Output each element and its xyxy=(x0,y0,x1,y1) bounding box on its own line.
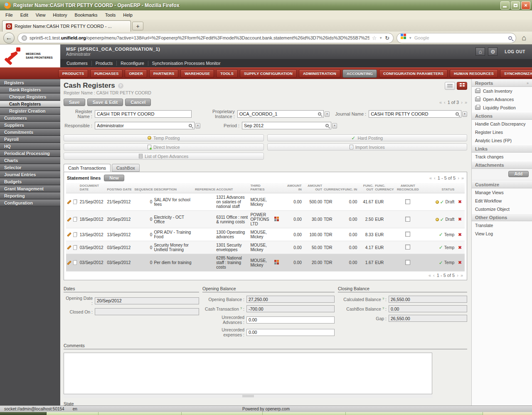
browser-tab[interactable]: O Register Name:CASH TDR PETTY COORD - .… xyxy=(2,20,131,32)
home-shortcut-icon[interactable]: ⌂ xyxy=(475,47,485,56)
pager-next-icon[interactable]: › xyxy=(458,175,459,180)
customize-edit-workflow[interactable]: Edit Workflow xyxy=(472,197,532,205)
list-view-icon[interactable] xyxy=(445,82,455,90)
sidebar-item-reporting[interactable]: Reporting xyxy=(0,193,60,199)
delete-row-icon[interactable]: ✖ xyxy=(455,241,465,254)
other-view-log[interactable]: View Log xyxy=(472,230,532,238)
collapse-panel-icon[interactable]: » xyxy=(527,81,529,85)
shortcut-sync-monitor[interactable]: Synchronisation Processes Monitor xyxy=(148,61,224,66)
search-lookup-icon[interactable] xyxy=(318,112,321,116)
reconciled-checkbox[interactable] xyxy=(405,245,410,249)
nav-supply-configuration[interactable]: SUPPLY CONFIGURATION xyxy=(240,69,297,78)
pager-next-icon[interactable]: › xyxy=(461,100,463,105)
new-tab-button[interactable]: + xyxy=(132,22,143,30)
calculated-balance-field[interactable] xyxy=(389,296,467,303)
sidebar-item-configuration[interactable]: Configuration xyxy=(0,200,60,206)
taskbar-segment[interactable] xyxy=(47,412,99,415)
back-button[interactable]: ← xyxy=(3,32,15,44)
edit-pencil-icon[interactable] xyxy=(67,245,71,250)
table-row[interactable]: 03/Sep/2012 03/Sep/2012 0 Per diem for t… xyxy=(66,254,465,272)
taskbar-segment[interactable] xyxy=(0,412,47,415)
sidebar-item-journal-entries[interactable]: Journal Entries xyxy=(0,171,60,178)
sidebar-item-hq[interactable]: HQ xyxy=(0,143,60,150)
preferences-gear-icon[interactable]: ⚙ xyxy=(488,47,498,56)
edit-pencil-icon[interactable] xyxy=(67,260,71,265)
report-cash-inventory[interactable]: Cash Inventory xyxy=(472,87,532,95)
check-icon[interactable]: ✓ xyxy=(439,260,443,265)
sidebar-item-cash-registers[interactable]: Cash Registers xyxy=(0,101,60,107)
menu-history[interactable]: History xyxy=(49,11,71,19)
search-placeholder[interactable]: Google xyxy=(414,35,506,40)
journal-dropdown-icon[interactable]: ▾ xyxy=(462,111,467,117)
unrecorded-expenses-field[interactable] xyxy=(246,329,335,336)
nav-human-resources[interactable]: HUMAN RESOURCES xyxy=(450,69,498,78)
edit-pencil-icon[interactable] xyxy=(67,200,71,204)
sidebar-item-register-creation[interactable]: Register Creation xyxy=(0,108,60,114)
menu-tools[interactable]: Tools xyxy=(101,11,120,19)
closed-on-field[interactable] xyxy=(95,308,199,315)
search-lookup-icon[interactable] xyxy=(325,124,329,127)
form-view-icon[interactable] xyxy=(457,82,467,90)
check-icon[interactable]: ✓ xyxy=(439,232,443,237)
partner-icon[interactable] xyxy=(274,217,276,219)
sidebar-item-commitments[interactable]: Commitments xyxy=(0,129,60,136)
close-button[interactable]: × xyxy=(521,1,530,10)
pager-prev-icon[interactable]: ‹ xyxy=(444,100,446,105)
taskbar-segment[interactable] xyxy=(346,412,483,415)
sidebar-item-selector[interactable]: Selector xyxy=(0,164,60,171)
sidebar-item-periodical-processing[interactable]: Periodical Processing xyxy=(0,150,60,157)
sidebar-item-registers[interactable]: Registers xyxy=(0,79,60,86)
sidebar-item-suppliers[interactable]: Suppliers xyxy=(0,122,60,128)
pager-first-icon[interactable]: « xyxy=(429,175,432,180)
save-button[interactable]: Save xyxy=(64,99,85,106)
reload-icon[interactable]: ↻ xyxy=(385,35,389,41)
search-engine-dropdown-icon[interactable]: ▼ xyxy=(409,36,412,40)
table-row[interactable]: 13/Sep/2012 13/Sep/2012 0 OPR ADV - Trai… xyxy=(66,228,465,241)
tab-cash-transactions[interactable]: Cash Transactions xyxy=(64,164,111,172)
responsible-field[interactable] xyxy=(95,122,195,129)
pager-prev-icon[interactable]: ‹ xyxy=(434,175,436,180)
period-dropdown-icon[interactable]: ▾ xyxy=(332,123,337,128)
pager-next-icon[interactable]: › xyxy=(457,273,458,278)
sidebar-item-grant-management[interactable]: Grant Management xyxy=(0,185,60,192)
nav-administration[interactable]: ADMINISTRATION xyxy=(299,69,340,78)
delete-row-icon[interactable]: ✖ xyxy=(455,211,465,228)
reconciled-checkbox[interactable] xyxy=(405,217,410,222)
minimize-button[interactable] xyxy=(500,1,510,10)
check-icon[interactable]: ✓ xyxy=(439,245,443,250)
edit-pencil-icon[interactable] xyxy=(67,232,71,237)
nav-order[interactable]: ORDER xyxy=(125,69,147,78)
table-row[interactable]: 21/Sep/2012 21/Sep/2012 0 SAL ADV for sc… xyxy=(66,193,465,211)
pager-last-icon[interactable]: » xyxy=(461,273,463,278)
home-button[interactable]: ⌂ xyxy=(519,34,529,42)
other-translate[interactable]: Translate xyxy=(472,221,532,230)
new-line-button[interactable]: New xyxy=(104,175,124,181)
search-icon[interactable] xyxy=(508,36,512,40)
url-text[interactable]: sprint5-rc1.test.unifield.org/openerp/me… xyxy=(30,35,369,40)
nav-configuration-parameters[interactable]: CONFIGURATION PARAMETERS xyxy=(379,69,448,78)
gap-field[interactable] xyxy=(389,315,467,322)
nav-partners[interactable]: PARTNERS xyxy=(149,69,178,78)
search-lookup-icon[interactable] xyxy=(456,112,459,116)
open-advances-button[interactable]: List of Open Advances xyxy=(64,153,264,160)
delete-row-icon[interactable]: ✖ xyxy=(455,193,465,211)
nav-synchronization[interactable]: SYNCHRONIZATION xyxy=(500,69,532,78)
reconciled-checkbox[interactable] xyxy=(405,232,410,237)
nav-tools[interactable]: TOOLS xyxy=(216,69,238,78)
edit-pencil-icon[interactable] xyxy=(67,217,71,222)
menu-bookmarks[interactable]: Bookmarks xyxy=(71,11,101,19)
customize-object[interactable]: Customize Object xyxy=(472,205,532,213)
add-attachment-button[interactable]: Add xyxy=(508,171,529,177)
nav-products[interactable]: PRODUCTS xyxy=(58,69,88,78)
duplicate-icon[interactable] xyxy=(73,260,77,265)
pager-last-icon[interactable]: » xyxy=(465,100,467,105)
partner-icon[interactable] xyxy=(274,260,276,262)
cashbox-balance-field[interactable] xyxy=(389,305,467,312)
search-lookup-icon[interactable] xyxy=(189,124,192,127)
hard-posting-button[interactable]: ✓Hard Posting xyxy=(267,134,468,141)
nav-purchases[interactable]: PURCHASES xyxy=(90,69,123,78)
comments-textarea[interactable] xyxy=(64,353,432,394)
shortcut-customers[interactable]: Customers xyxy=(63,61,92,66)
link-track-changes[interactable]: Track changes xyxy=(472,153,532,161)
url-dropdown-icon[interactable]: ▼ xyxy=(379,36,382,40)
